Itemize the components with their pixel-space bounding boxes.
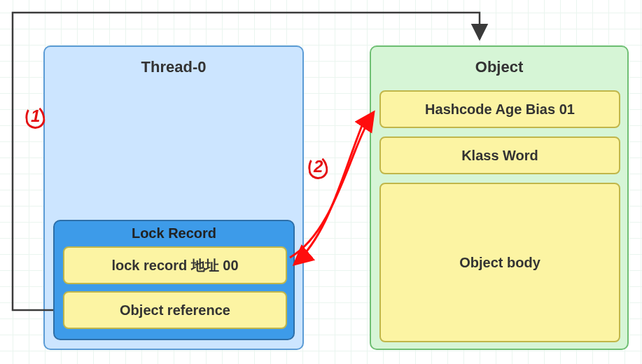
lock-record-box: Lock Record lock record 地址 00 Object ref… [53,220,295,340]
object-box: Object Hashcode Age Bias 01 Klass Word O… [370,46,629,350]
swap-arrow-to-lockrecord [294,120,364,265]
object-klass-cell: Klass Word [379,136,620,174]
lock-record-title: Lock Record [55,225,293,241]
object-title: Object [371,58,627,76]
annotation-2: 2 [314,157,323,176]
object-reference-cell: Object reference [63,291,287,329]
thread-title: Thread-0 [45,58,302,76]
annotation-1: 1 [31,106,40,126]
object-hashcode-cell: Hashcode Age Bias 01 [379,90,620,128]
lock-record-address-cell: lock record 地址 00 [63,246,287,284]
object-body-cell: Object body [379,183,620,342]
